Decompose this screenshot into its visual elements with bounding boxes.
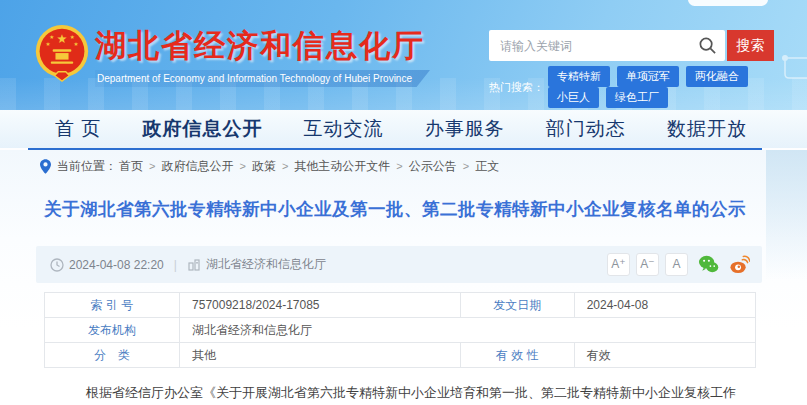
national-emblem-icon: ★ ★ ★ ★ ★ (34, 23, 90, 85)
table-value-cell: 757009218/2024-17085 (180, 293, 461, 318)
article-meta-bar: 2024-04-08 22:20 | 湖北省经济和信息化厅 A⁺A⁻A (36, 246, 762, 283)
font-size-button[interactable]: A⁻ (636, 253, 659, 276)
hot-tags-container: 专精特新单项冠军两化融合小巨人绿色工厂 (548, 66, 807, 108)
hot-search-tag[interactable]: 两化融合 (686, 66, 748, 87)
table-row: 分 类其他有 效 性有效 (45, 343, 756, 368)
publish-time: 2024-04-08 22:20 (69, 258, 164, 272)
hot-search-label: 热门搜索： (489, 80, 544, 95)
site-subtitle: Department of Economy and Information Te… (95, 70, 430, 87)
font-size-button[interactable]: A⁺ (607, 253, 630, 276)
hot-search-tag[interactable]: 小巨人 (548, 87, 599, 108)
hot-search-row: 热门搜索： 专精特新单项冠军两化融合小巨人绿色工厂 (489, 66, 807, 108)
table-label-cell: 索 引 号 (45, 293, 180, 318)
right-background-fade (766, 150, 807, 280)
table-label-cell: 有 效 性 (460, 343, 574, 368)
table-value-cell: 其他 (180, 343, 461, 368)
search-icon[interactable] (698, 36, 717, 55)
font-size-buttons: A⁺A⁻A (601, 253, 688, 276)
breadcrumb-item[interactable]: 政策 (252, 159, 276, 173)
top-right-decoration (688, 0, 768, 6)
svg-text:★: ★ (57, 32, 68, 46)
document-info-table: 索 引 号757009218/2024-17085发文日期2024-04-08发… (44, 292, 756, 368)
search-input[interactable] (489, 30, 725, 61)
breadcrumb-separator: > (463, 160, 469, 172)
article-title: 关于湖北省第六批专精特新中小企业及第一批、第二批专精特新中小企业复核名单的公示 (28, 197, 762, 221)
breadcrumb-separator: > (149, 160, 155, 172)
table-value-cell: 湖北省经济和信息化厅 (180, 318, 756, 343)
main-nav: 首 页政府信息公开互动交流办事服务部门动态数据开放 (0, 110, 807, 148)
search-box (489, 30, 725, 61)
breadcrumb-item[interactable]: 正文 (475, 159, 499, 173)
breadcrumb-item[interactable]: 政府信息公开 (161, 159, 233, 173)
article-meta-right: A⁺A⁻A (601, 253, 750, 276)
site-title: 湖北省经济和信息化厅 (95, 25, 425, 67)
nav-item[interactable]: 首 页 (55, 116, 101, 142)
breadcrumb-label: 当前位置： (57, 158, 117, 175)
breadcrumb-items: 首页>政府信息公开>政策>其他主动公开文件>公示公告>正文 (117, 158, 505, 175)
breadcrumb: 当前位置： 首页>政府信息公开>政策>其他主动公开文件>公示公告>正文 (40, 158, 505, 175)
weibo-icon[interactable] (729, 254, 750, 275)
svg-text:★: ★ (73, 41, 78, 47)
hot-search-tag[interactable]: 专精特新 (548, 66, 610, 87)
nav-item[interactable]: 办事服务 (425, 116, 505, 142)
article-body-paragraph: 根据省经信厅办公室《关于开展湖北省第六批专精特新中小企业培育和第一批、第二批专精… (60, 382, 748, 405)
organization-icon (187, 258, 201, 272)
breadcrumb-separator: > (239, 160, 245, 172)
breadcrumb-item[interactable]: 公示公告 (409, 159, 457, 173)
nav-item[interactable]: 部门动态 (546, 116, 626, 142)
article-meta-left: 2024-04-08 22:20 | 湖北省经济和信息化厅 (50, 256, 326, 273)
breadcrumb-item[interactable]: 其他主动公开文件 (294, 159, 390, 173)
table-label-cell: 分 类 (45, 343, 180, 368)
nav-item[interactable]: 政府信息公开 (142, 116, 262, 142)
table-value-cell: 有效 (574, 343, 755, 368)
clock-icon (50, 258, 64, 272)
nav-item[interactable]: 互动交流 (304, 116, 384, 142)
wechat-icon[interactable] (698, 254, 719, 275)
font-size-button[interactable]: A (665, 253, 688, 276)
table-row: 发布机构湖北省经济和信息化厅 (45, 318, 756, 343)
table-row: 索 引 号757009218/2024-17085发文日期2024-04-08 (45, 293, 756, 318)
location-pin-icon (40, 159, 51, 174)
breadcrumb-separator: > (282, 160, 288, 172)
nav-item[interactable]: 数据开放 (667, 116, 747, 142)
svg-text:★: ★ (49, 34, 54, 40)
page: ★ ★ ★ ★ ★ 湖北省经济和信息化厅 Department of Econo… (0, 0, 807, 405)
site-banner: ★ ★ ★ ★ ★ 湖北省经济和信息化厅 Department of Econo… (0, 0, 807, 110)
svg-text:★: ★ (70, 34, 75, 40)
breadcrumb-separator: > (396, 160, 402, 172)
table-value-cell: 2024-04-08 (574, 293, 755, 318)
breadcrumb-item[interactable]: 首页 (119, 159, 143, 173)
hot-search-tag[interactable]: 绿色工厂 (606, 87, 668, 108)
table-label-cell: 发文日期 (460, 293, 574, 318)
svg-text:★: ★ (45, 41, 50, 47)
search-button[interactable]: 搜索 (727, 30, 774, 61)
article-source: 湖北省经济和信息化厅 (206, 256, 326, 273)
meta-separator: | (174, 258, 177, 272)
table-label-cell: 发布机构 (45, 318, 180, 343)
hot-search-tag[interactable]: 单项冠军 (617, 66, 679, 87)
